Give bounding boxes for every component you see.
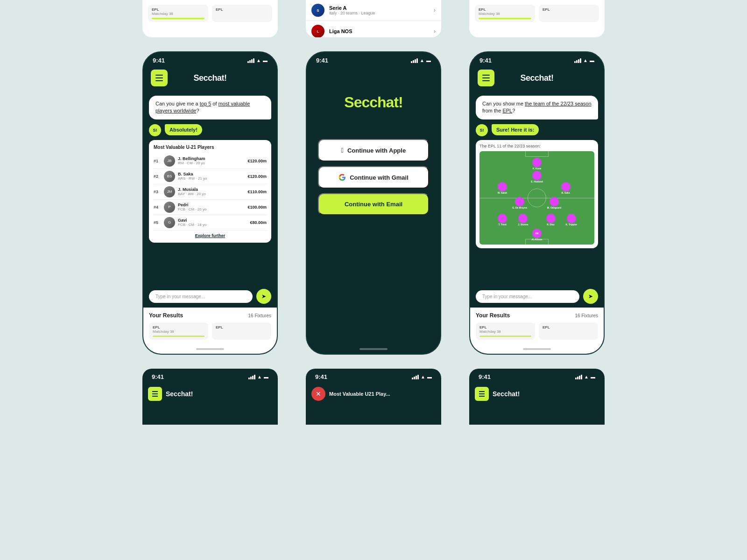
send-button-left[interactable]: ➤ (256, 289, 271, 304)
chat-area-right[interactable]: Can you show me the team of the 22/23 se… (470, 90, 604, 285)
menu-button-right[interactable] (478, 70, 494, 86)
fixtures-count-right: 16 Fixtures (575, 313, 598, 318)
email-btn-label: Continue with Email (345, 201, 402, 208)
results-section-right: Your Results 16 Fixtures EPL Matchday 38… (470, 308, 604, 344)
menu-button-left[interactable] (151, 70, 168, 86)
league-row-liga-nos[interactable]: L Liga NOS › (306, 21, 441, 37)
wifi-icon-bc: ▲ (421, 374, 425, 379)
table-row: #2 BS B. Saka ARS · RW · 21 yo €120.00m (154, 169, 267, 184)
explore-link[interactable]: Explore further (154, 233, 267, 238)
fixture-label-l1: EPL (153, 325, 204, 329)
bottom-row: 9:41 ▲ ▬ (0, 369, 747, 425)
top-right-phone: EPL Matchday 38 EPL (469, 0, 605, 37)
small-menu-btn-right[interactable] (475, 387, 489, 401)
player-meta-4: FCB · CM · 20 yo (178, 207, 245, 211)
wifi-icon-c: ▲ (420, 58, 424, 63)
menu-line-r2 (482, 77, 490, 78)
matchday-label: Matchday 38 (152, 12, 204, 16)
status-bar-br: 9:41 ▲ ▬ (469, 369, 605, 382)
small-menu-line (152, 391, 158, 392)
league-row-serie-a[interactable]: S Serie A Italy · 20 teams · League › (306, 0, 441, 21)
bottom-phone-header-center: ✕ Most Valuable U21 Play... (311, 387, 436, 401)
fixture-card-l1: EPL Matchday 38 (149, 322, 208, 340)
player-dot-2: J. Stones (518, 214, 528, 223)
message-input-left[interactable]: Type in your message... (149, 290, 253, 303)
fixtures-count-left: 16 Fixtures (248, 313, 271, 318)
player-dot-label-7: M. Salah (498, 191, 507, 194)
pitch-goal-top (525, 151, 549, 157)
table-row: #5 G Gavi FCB · CM · 18 yo €80.00m (154, 215, 267, 231)
small-menu-line-r1 (479, 391, 485, 392)
fixtures-row-left: EPL Matchday 38 EPL (149, 322, 271, 340)
player-dot-label-9: E. Haaland (531, 180, 543, 183)
avatar-img-4: P (164, 202, 175, 213)
menu-line-3 (155, 80, 163, 81)
player-rank-4: #4 (154, 205, 161, 210)
user-question-left: Can you give me a top 5 of most valuable… (149, 96, 271, 119)
small-menu-btn-left[interactable] (148, 387, 162, 401)
football-pitch: GK Al.Allison T. Trent J. Stones R. Diaz (479, 151, 594, 245)
status-icons-center: ▲ ▬ (411, 58, 431, 63)
bot-bubble-right: Sure! Here it is: (492, 124, 539, 135)
fixture-card-right-l: EPL Matchday 38 (475, 5, 535, 22)
player-info-5: Gavi FCB · CM · 18 yo (178, 218, 247, 227)
signal-icon (247, 58, 254, 63)
apple-signin-button[interactable]:  Continue with Apple (318, 139, 429, 161)
players-card: Most Valuable U-21 Players #1 JB J. Bell… (149, 140, 271, 243)
chevron-icon: › (434, 7, 436, 14)
matchday-r1: Matchday 38 (479, 329, 531, 334)
avatar-img-5: G (164, 217, 175, 228)
player-dot-label-8: B. Saka (561, 191, 570, 194)
player-name-3: J. Musiala (178, 187, 245, 192)
send-button-right[interactable]: ➤ (583, 289, 598, 304)
player-value-4: €100.00m (247, 205, 267, 210)
gmail-signin-button[interactable]: Continue with Gmail (318, 166, 429, 189)
battery-icon-bc: ▬ (427, 374, 432, 379)
chat-area-left[interactable]: Can you give me a top 5 of most valuable… (143, 90, 277, 285)
card-title: Most Valuable U-21 Players (154, 145, 267, 150)
fixture-card-left: EPL Matchday 38 (148, 5, 208, 22)
avatar-img-2: BS (164, 171, 175, 182)
pitch-center-circle (528, 189, 546, 207)
player-dot-label-6: M. Odegaard (547, 206, 561, 209)
results-title-left: Your Results (149, 312, 183, 319)
battery-icon-br: ▬ (591, 374, 595, 379)
matchday-label-r: Matchday 38 (479, 12, 531, 16)
player-value: €120.00m (247, 159, 267, 163)
bottom-center-phone: 9:41 ▲ ▬ ✕ Most Valuable U21 Play... (306, 369, 441, 425)
serie-a-logo: S (311, 4, 324, 17)
auth-buttons:  Continue with Apple Continue with Gmai… (318, 139, 429, 215)
table-row: #4 P Pedri FCB · CM · 20 yo €100.00m (154, 200, 267, 215)
status-bar-left: 9:41 ▲ ▬ (143, 52, 277, 66)
liga-nos-logo: L (311, 25, 324, 37)
fixture-label-r1b: EPL (479, 325, 531, 329)
fixture-label-r2b: EPL (543, 325, 594, 329)
top-left-phone: EPL Matchday 38 EPL (142, 0, 278, 37)
email-signin-button[interactable]: Continue with Email (318, 193, 429, 215)
small-menu-line-r2 (479, 393, 485, 394)
player-dot-gk: GK Al.Allison (532, 229, 542, 238)
bottom-left-phone: 9:41 ▲ ▬ (142, 369, 278, 425)
results-section-left: Your Results 16 Fixtures EPL Matchday 38… (143, 308, 277, 344)
player-rank-5: #5 (154, 220, 161, 225)
bottom-right-phone: 9:41 ▲ ▬ (469, 369, 605, 425)
time-left: 9:41 (153, 57, 165, 64)
cancel-button[interactable]: ✕ (311, 387, 325, 401)
mvp-label: Most Valuable U21 Play... (329, 391, 390, 397)
left-phone: 9:41 ▲ ▬ (142, 51, 278, 355)
player-info: J. Bellingham RM · CM · 20 yo (178, 156, 245, 165)
home-indicator-center (307, 344, 440, 354)
page-wrapper: EPL Matchday 38 EPL S Serie A Italy · 20… (0, 0, 747, 425)
player-dot-3: R. Diaz (546, 214, 556, 223)
time-br: 9:41 (479, 373, 491, 380)
chevron-icon-2: › (434, 28, 436, 35)
message-input-right[interactable]: Type in your message... (476, 290, 579, 303)
status-icons-left: ▲ ▬ (247, 58, 268, 63)
avatar: JB (164, 155, 175, 167)
player-info-4: Pedri FCB · CM · 20 yo (178, 203, 245, 211)
player-dot-label-2: J. Stones (518, 223, 528, 226)
player-dot-10: K. Kane (532, 158, 542, 167)
battery-icon-r: ▬ (590, 58, 594, 63)
menu-line-r1 (482, 75, 490, 76)
menu-line-r3 (482, 80, 490, 81)
